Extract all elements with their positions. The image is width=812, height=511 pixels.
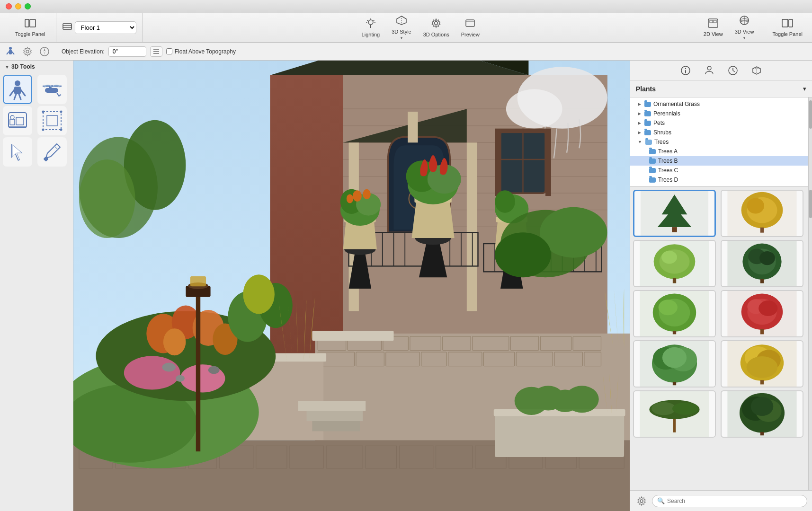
3d-options-button[interactable]: 3D Options xyxy=(419,13,454,43)
toggle-panel-left-button[interactable]: Toggle Panel xyxy=(10,16,50,39)
svg-rect-169 xyxy=(190,276,206,286)
svg-line-35 xyxy=(10,90,14,96)
scrollbar-thumb xyxy=(809,100,812,129)
preview-button[interactable]: Preview xyxy=(456,13,484,43)
svg-line-26 xyxy=(7,52,9,54)
svg-rect-132 xyxy=(312,421,360,431)
svg-point-186 xyxy=(495,190,515,212)
plants-header: Plants ▾ xyxy=(630,80,812,97)
svg-point-161 xyxy=(124,356,180,389)
minimize-button[interactable] xyxy=(15,3,21,9)
clock-icon xyxy=(728,65,738,76)
cat-ornamental-grass[interactable]: ▶ Ornamental Grass xyxy=(630,99,808,109)
category-tree[interactable]: ▶ Ornamental Grass ▶ Perennials ▶ Pets xyxy=(630,97,808,187)
3d-style-button[interactable]: 3D Style ▾ xyxy=(387,13,416,43)
svg-line-8 xyxy=(367,20,368,21)
viewport[interactable] xyxy=(73,61,630,511)
3d-view-button[interactable]: 3D View ▾ xyxy=(730,13,759,43)
tools-panel-title: ▼ 3D Tools xyxy=(0,61,73,72)
tools-panel-arrow: ▼ xyxy=(5,64,9,70)
svg-line-27 xyxy=(12,52,14,54)
tree-thumb-1[interactable] xyxy=(633,190,716,237)
titlebar xyxy=(0,0,812,13)
align-button[interactable] xyxy=(150,46,162,57)
person-icon-btn[interactable] xyxy=(702,63,716,78)
cat-trees-d[interactable]: Trees D xyxy=(630,175,808,185)
person-tool-icon xyxy=(6,78,29,101)
plants-dropdown-arrow[interactable]: ▾ xyxy=(803,85,806,92)
svg-point-195 xyxy=(565,386,599,413)
tree-thumb-6[interactable] xyxy=(721,290,803,337)
cat-arrow: ▶ xyxy=(638,102,641,106)
tool-pointer[interactable] xyxy=(3,137,32,167)
cat-trees-c[interactable]: Trees C xyxy=(630,166,808,175)
floor-select[interactable]: Floor 1 Floor 2 Floor 3 xyxy=(75,21,136,34)
cat-shrubs[interactable]: ▶ Shrubs xyxy=(630,128,808,137)
svg-point-250 xyxy=(651,402,676,415)
tree-thumb-2[interactable] xyxy=(721,190,803,237)
tree-thumb-7[interactable] xyxy=(633,340,716,388)
tree-fall-svg xyxy=(722,341,803,387)
tool-helicopter[interactable] xyxy=(37,75,67,104)
float-above-checkbox[interactable] xyxy=(166,48,172,54)
svg-rect-79 xyxy=(545,129,551,196)
svg-line-202 xyxy=(733,70,735,72)
folder-icon xyxy=(649,168,656,173)
svg-point-163 xyxy=(162,363,176,372)
2d-view-button[interactable]: 2D View xyxy=(699,16,728,39)
tree-thumb-9[interactable] xyxy=(633,390,716,438)
info-icon xyxy=(680,65,691,76)
tree-thumb-8[interactable] xyxy=(721,340,803,388)
toggle-panel-left-group: Toggle Panel xyxy=(5,13,56,42)
3d-style-label: 3D Style xyxy=(392,29,411,35)
tool-eyedropper[interactable] xyxy=(37,137,67,167)
tool-frame[interactable] xyxy=(37,106,67,135)
toggle-panel-right-button[interactable]: Toggle Panel xyxy=(767,16,807,39)
svg-point-233 xyxy=(758,300,777,316)
subtool-compass-icon xyxy=(39,46,50,57)
cat-perennials[interactable]: ▶ Perennials xyxy=(630,109,808,118)
maximize-button[interactable] xyxy=(25,3,31,9)
tree-list-scrollbar[interactable] xyxy=(808,97,812,187)
person-icon xyxy=(704,65,714,76)
svg-rect-129 xyxy=(312,331,393,341)
svg-point-177 xyxy=(347,194,353,203)
svg-rect-198 xyxy=(685,70,686,73)
tree-thumb-3[interactable] xyxy=(633,240,716,287)
clock-icon-btn[interactable] xyxy=(726,63,740,78)
thumbnails-scrollbar[interactable] xyxy=(808,187,812,490)
garden-scene-svg xyxy=(73,61,630,511)
tree-thumb-5[interactable] xyxy=(633,290,716,337)
toolbar-divider xyxy=(763,18,763,37)
cat-trees-a[interactable]: Trees A xyxy=(630,147,808,156)
svg-rect-131 xyxy=(307,411,363,421)
tree-dense-svg xyxy=(722,391,803,437)
right-panel: Plants ▾ ▶ Ornamental Grass ▶ Perenn xyxy=(630,61,812,511)
svg-rect-207 xyxy=(672,227,677,232)
svg-point-216 xyxy=(661,251,677,264)
cat-pets[interactable]: ▶ Pets xyxy=(630,118,808,128)
lighting-button[interactable]: Lighting xyxy=(357,13,385,43)
tree-thumb-4[interactable] xyxy=(721,240,803,287)
svg-rect-25 xyxy=(9,50,12,54)
cat-trees[interactable]: ▼ Trees xyxy=(630,137,808,147)
tree-thumb-10[interactable] xyxy=(721,390,803,438)
tool-person[interactable] xyxy=(3,75,32,104)
svg-rect-86 xyxy=(408,112,418,142)
object-elevation-input[interactable] xyxy=(108,46,146,57)
tool-arch[interactable] xyxy=(3,106,32,135)
svg-rect-48 xyxy=(16,117,24,125)
info-icon-btn[interactable] xyxy=(678,63,693,78)
tree-dark-svg xyxy=(722,241,803,286)
cat-trees-b[interactable]: Trees B xyxy=(630,156,808,166)
svg-rect-240 xyxy=(673,382,676,385)
cube-icon-btn[interactable] xyxy=(750,63,764,78)
svg-rect-14 xyxy=(466,20,474,26)
cat-arrow: ▶ xyxy=(638,130,641,135)
svg-rect-234 xyxy=(760,329,764,334)
close-button[interactable] xyxy=(6,3,12,9)
svg-line-43 xyxy=(57,93,59,97)
svg-point-60 xyxy=(79,159,135,238)
svg-rect-166 xyxy=(196,294,200,451)
svg-point-176 xyxy=(363,189,371,199)
